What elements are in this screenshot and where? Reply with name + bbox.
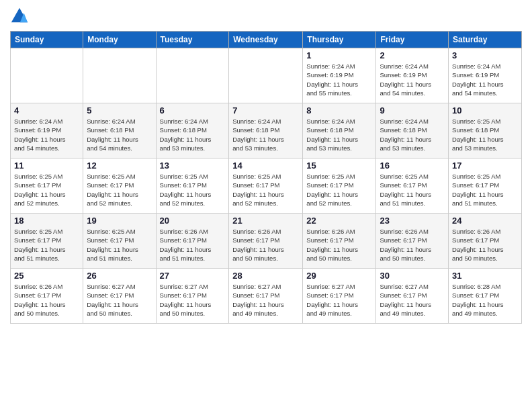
calendar-cell: 17Sunrise: 6:25 AMSunset: 6:17 PMDayligh… (449, 158, 522, 214)
day-number: 29 (306, 271, 372, 281)
day-number: 4 (14, 105, 79, 116)
day-header-friday: Friday (376, 32, 449, 48)
day-info: Sunrise: 6:27 AMSunset: 6:17 PMDaylight:… (160, 282, 226, 318)
day-info: Sunrise: 6:27 AMSunset: 6:17 PMDaylight:… (380, 282, 445, 318)
day-info: Sunrise: 6:26 AMSunset: 6:17 PMDaylight:… (380, 227, 445, 263)
calendar-cell: 14Sunrise: 6:25 AMSunset: 6:17 PMDayligh… (229, 158, 303, 214)
day-number: 15 (306, 161, 372, 171)
calendar-cell: 2Sunrise: 6:24 AMSunset: 6:19 PMDaylight… (376, 48, 449, 103)
day-number: 31 (452, 271, 518, 281)
calendar-cell: 1Sunrise: 6:24 AMSunset: 6:19 PMDaylight… (303, 48, 376, 103)
day-number: 11 (14, 161, 79, 171)
calendar-cell: 6Sunrise: 6:24 AMSunset: 6:18 PMDaylight… (156, 103, 229, 158)
day-number: 22 (306, 216, 372, 226)
page: SundayMondayTuesdayWednesdayThursdayFrid… (0, 0, 532, 411)
logo (10, 7, 30, 26)
day-header-saturday: Saturday (449, 32, 522, 48)
calendar-cell: 20Sunrise: 6:26 AMSunset: 6:17 PMDayligh… (156, 214, 229, 269)
day-info: Sunrise: 6:24 AMSunset: 6:19 PMDaylight:… (380, 62, 445, 97)
calendar-cell (156, 48, 229, 103)
day-info: Sunrise: 6:25 AMSunset: 6:17 PMDaylight:… (14, 227, 79, 263)
calendar-cell: 15Sunrise: 6:25 AMSunset: 6:17 PMDayligh… (303, 158, 376, 214)
calendar-cell: 31Sunrise: 6:28 AMSunset: 6:17 PMDayligh… (449, 269, 522, 324)
day-header-tuesday: Tuesday (156, 32, 229, 48)
day-number: 18 (14, 216, 79, 226)
day-info: Sunrise: 6:25 AMSunset: 6:17 PMDaylight:… (87, 227, 152, 263)
calendar-cell: 25Sunrise: 6:26 AMSunset: 6:17 PMDayligh… (11, 269, 83, 324)
day-info: Sunrise: 6:25 AMSunset: 6:17 PMDaylight:… (306, 172, 372, 208)
calendar-cell: 3Sunrise: 6:24 AMSunset: 6:19 PMDaylight… (449, 48, 522, 103)
day-number: 21 (232, 216, 299, 226)
day-number: 10 (452, 105, 518, 116)
day-header-wednesday: Wednesday (229, 32, 303, 48)
calendar-cell: 29Sunrise: 6:27 AMSunset: 6:17 PMDayligh… (303, 269, 376, 324)
day-number: 16 (380, 161, 445, 171)
day-number: 28 (232, 271, 299, 281)
calendar-cell: 7Sunrise: 6:24 AMSunset: 6:18 PMDaylight… (229, 103, 303, 158)
day-info: Sunrise: 6:26 AMSunset: 6:17 PMDaylight:… (14, 282, 79, 318)
day-number: 24 (452, 216, 518, 226)
calendar-cell: 12Sunrise: 6:25 AMSunset: 6:17 PMDayligh… (83, 158, 156, 214)
calendar-cell: 30Sunrise: 6:27 AMSunset: 6:17 PMDayligh… (376, 269, 449, 324)
day-number: 14 (232, 161, 299, 171)
day-number: 12 (87, 161, 152, 171)
day-info: Sunrise: 6:25 AMSunset: 6:17 PMDaylight:… (380, 172, 445, 208)
day-info: Sunrise: 6:25 AMSunset: 6:17 PMDaylight:… (232, 172, 299, 208)
day-info: Sunrise: 6:25 AMSunset: 6:17 PMDaylight:… (160, 172, 226, 208)
day-number: 19 (87, 216, 152, 226)
day-number: 25 (14, 271, 79, 281)
calendar-cell: 27Sunrise: 6:27 AMSunset: 6:17 PMDayligh… (156, 269, 229, 324)
calendar-week-1: 1Sunrise: 6:24 AMSunset: 6:19 PMDaylight… (11, 48, 522, 103)
day-info: Sunrise: 6:25 AMSunset: 6:17 PMDaylight:… (452, 172, 518, 208)
day-number: 9 (380, 105, 445, 116)
day-info: Sunrise: 6:24 AMSunset: 6:18 PMDaylight:… (160, 117, 226, 152)
day-info: Sunrise: 6:25 AMSunset: 6:18 PMDaylight:… (452, 117, 518, 152)
day-info: Sunrise: 6:25 AMSunset: 6:17 PMDaylight:… (14, 172, 79, 208)
calendar-cell: 22Sunrise: 6:26 AMSunset: 6:17 PMDayligh… (303, 214, 376, 269)
calendar-header-row: SundayMondayTuesdayWednesdayThursdayFrid… (11, 32, 522, 48)
day-info: Sunrise: 6:28 AMSunset: 6:17 PMDaylight:… (452, 282, 518, 318)
day-number: 3 (452, 50, 518, 60)
calendar-cell: 11Sunrise: 6:25 AMSunset: 6:17 PMDayligh… (11, 158, 83, 214)
day-number: 26 (87, 271, 152, 281)
calendar-cell: 19Sunrise: 6:25 AMSunset: 6:17 PMDayligh… (83, 214, 156, 269)
calendar-week-4: 18Sunrise: 6:25 AMSunset: 6:17 PMDayligh… (11, 214, 522, 269)
day-number: 27 (160, 271, 226, 281)
day-number: 6 (160, 105, 226, 116)
calendar-cell (11, 48, 83, 103)
calendar-cell: 8Sunrise: 6:24 AMSunset: 6:18 PMDaylight… (303, 103, 376, 158)
calendar-week-5: 25Sunrise: 6:26 AMSunset: 6:17 PMDayligh… (11, 269, 522, 324)
calendar-cell (229, 48, 303, 103)
calendar-cell: 9Sunrise: 6:24 AMSunset: 6:18 PMDaylight… (376, 103, 449, 158)
calendar-cell: 4Sunrise: 6:24 AMSunset: 6:19 PMDaylight… (11, 103, 83, 158)
day-number: 1 (306, 50, 372, 60)
day-info: Sunrise: 6:24 AMSunset: 6:19 PMDaylight:… (306, 62, 372, 97)
day-number: 17 (452, 161, 518, 171)
calendar-cell: 24Sunrise: 6:26 AMSunset: 6:17 PMDayligh… (449, 214, 522, 269)
day-info: Sunrise: 6:26 AMSunset: 6:17 PMDaylight:… (232, 227, 299, 263)
header (10, 7, 522, 26)
day-number: 13 (160, 161, 226, 171)
calendar-cell: 28Sunrise: 6:27 AMSunset: 6:17 PMDayligh… (229, 269, 303, 324)
day-info: Sunrise: 6:25 AMSunset: 6:17 PMDaylight:… (87, 172, 152, 208)
calendar-cell: 26Sunrise: 6:27 AMSunset: 6:17 PMDayligh… (83, 269, 156, 324)
day-info: Sunrise: 6:27 AMSunset: 6:17 PMDaylight:… (232, 282, 299, 318)
calendar-cell: 16Sunrise: 6:25 AMSunset: 6:17 PMDayligh… (376, 158, 449, 214)
calendar-week-3: 11Sunrise: 6:25 AMSunset: 6:17 PMDayligh… (11, 158, 522, 214)
calendar-cell: 21Sunrise: 6:26 AMSunset: 6:17 PMDayligh… (229, 214, 303, 269)
day-number: 20 (160, 216, 226, 226)
day-number: 5 (87, 105, 152, 116)
day-info: Sunrise: 6:26 AMSunset: 6:17 PMDaylight:… (160, 227, 226, 263)
day-header-monday: Monday (83, 32, 156, 48)
day-info: Sunrise: 6:27 AMSunset: 6:17 PMDaylight:… (306, 282, 372, 318)
calendar-cell (83, 48, 156, 103)
day-info: Sunrise: 6:24 AMSunset: 6:18 PMDaylight:… (306, 117, 372, 152)
day-info: Sunrise: 6:24 AMSunset: 6:18 PMDaylight:… (87, 117, 152, 152)
calendar-cell: 23Sunrise: 6:26 AMSunset: 6:17 PMDayligh… (376, 214, 449, 269)
calendar-cell: 5Sunrise: 6:24 AMSunset: 6:18 PMDaylight… (83, 103, 156, 158)
day-info: Sunrise: 6:24 AMSunset: 6:19 PMDaylight:… (452, 62, 518, 97)
day-info: Sunrise: 6:26 AMSunset: 6:17 PMDaylight:… (306, 227, 372, 263)
day-info: Sunrise: 6:26 AMSunset: 6:17 PMDaylight:… (452, 227, 518, 263)
day-info: Sunrise: 6:24 AMSunset: 6:18 PMDaylight:… (380, 117, 445, 152)
day-info: Sunrise: 6:27 AMSunset: 6:17 PMDaylight:… (87, 282, 152, 318)
